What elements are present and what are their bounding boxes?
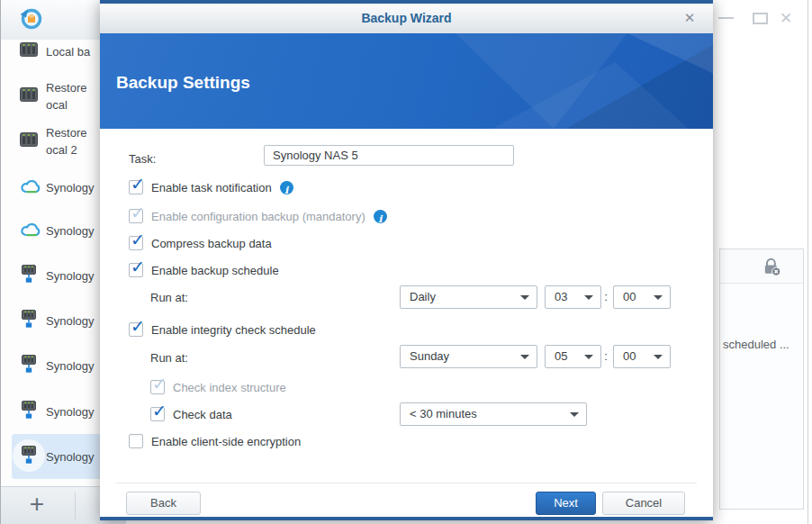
chevron-down-icon	[584, 295, 593, 300]
time-separator: :	[601, 285, 610, 309]
checkbox-label: Enable task notification	[151, 181, 272, 194]
sidebar-item-label-line2: ocal	[46, 96, 87, 113]
checkbox-label: Enable integrity check schedule	[151, 323, 316, 337]
screen: Local ba Restore ocal Restore oca	[0, 0, 812, 524]
integrity-minute-dropdown[interactable]: 00	[613, 345, 671, 368]
row-integrity-check-schedule: Enable integrity check schedule	[129, 319, 316, 340]
sidebar-item-label-line2: ocal 2	[46, 141, 87, 158]
lock-unlocked-icon	[762, 257, 781, 276]
task-name-input[interactable]	[264, 145, 514, 166]
dialog-banner: Backup Settings	[100, 33, 713, 129]
dialog-title: Backup Wizard	[100, 4, 713, 32]
dropdown-value: 00	[623, 346, 636, 367]
integrity-frequency-dropdown[interactable]: Sunday	[400, 345, 537, 368]
hyper-backup-logo-icon	[19, 6, 44, 32]
remote-nas-icon	[20, 265, 38, 284]
backup-hour-dropdown[interactable]: 03	[545, 285, 601, 309]
row-configuration-backup: Enable configuration backup (mandatory)	[129, 205, 387, 227]
minimize-icon[interactable]	[718, 17, 734, 19]
row-check-index-structure: Check index structure	[150, 376, 286, 398]
page-title: Backup Settings	[116, 73, 250, 93]
dropdown-value: 05	[555, 346, 567, 367]
sidebar-item-label: Synology	[46, 179, 94, 196]
sidebar-item-label: Synology	[46, 312, 94, 330]
checkbox-label: Enable client-side encryption	[151, 435, 301, 448]
sidebar-item-label: Restore	[46, 124, 87, 141]
dropdown-value: 00	[623, 286, 636, 308]
dropdown-value: Daily	[410, 286, 436, 308]
close-icon[interactable]	[780, 9, 792, 28]
checkbox-client-side-encryption[interactable]	[129, 434, 143, 448]
dialog-titlebar: Backup Wizard	[100, 4, 713, 34]
c2-cloud-icon	[20, 178, 41, 194]
sidebar-item-label: Synology	[46, 403, 94, 420]
checkbox-label: Check index structure	[173, 381, 286, 394]
checkbox-label: Enable configuration backup (mandatory)	[151, 210, 365, 223]
task-label: Task:	[129, 152, 156, 166]
window-right-border	[807, 0, 808, 524]
checkbox-enable-task-notification[interactable]	[129, 180, 143, 194]
c2-cloud-icon	[20, 221, 41, 238]
remote-nas-icon	[20, 310, 38, 329]
dropdown-value: < 30 minutes	[410, 403, 477, 425]
next-button[interactable]: Next	[536, 492, 596, 515]
row-task-notification: Enable task notification	[129, 176, 293, 198]
checkbox-integrity-check-schedule[interactable]	[129, 322, 143, 337]
run-at-label: Run at:	[150, 291, 188, 304]
dialog-body: Task: Enable task notification Enable co…	[100, 129, 713, 517]
run-at-label: Run at:	[150, 351, 188, 365]
chevron-down-icon	[584, 355, 593, 359]
checkbox-label: Check data	[173, 408, 232, 421]
check-data-duration-dropdown[interactable]: < 30 minutes	[400, 402, 587, 426]
row-client-side-encryption: Enable client-side encryption	[129, 430, 301, 452]
info-icon[interactable]	[280, 181, 293, 194]
checkbox-configuration-backup	[129, 209, 143, 223]
chevron-down-icon	[654, 355, 663, 359]
task-detail-panel: scheduled ...	[719, 248, 804, 510]
nas-icon	[20, 132, 38, 147]
sidebar-item-label: Synology	[46, 222, 94, 239]
chevron-down-icon	[570, 412, 579, 417]
time-separator: :	[601, 345, 610, 368]
checkbox-label: Compress backup data	[151, 237, 272, 250]
checkbox-compress-backup-data[interactable]	[129, 236, 143, 250]
panel-header	[720, 249, 803, 284]
sidebar-item-label: Local ba	[46, 43, 90, 60]
chevron-down-icon	[520, 295, 529, 300]
nas-icon	[20, 87, 38, 102]
back-button[interactable]: Back	[126, 492, 201, 515]
nas-icon	[20, 42, 38, 57]
integrity-hour-dropdown[interactable]: 05	[545, 345, 601, 368]
row-check-data: Check data	[150, 403, 232, 425]
checkbox-check-data[interactable]	[150, 407, 165, 421]
dropdown-value: Sunday	[410, 346, 449, 367]
sidebar-item-label: Synology	[46, 267, 94, 285]
checkbox-enable-backup-schedule[interactable]	[129, 263, 143, 277]
backup-wizard-dialog: Backup Wizard Backup Settings Task: Enab…	[100, 0, 713, 520]
row-compress-backup-data: Compress backup data	[129, 232, 272, 254]
remote-nas-icon	[20, 401, 38, 420]
info-icon[interactable]	[374, 210, 387, 223]
cancel-button[interactable]: Cancel	[602, 492, 685, 515]
remote-nas-icon	[20, 355, 38, 374]
footer-divider	[116, 483, 697, 483]
sidebar-item-label: Synology	[46, 448, 94, 465]
backup-minute-dropdown[interactable]: 00	[613, 285, 671, 309]
sidebar-item-label: Restore	[46, 79, 87, 96]
chevron-down-icon	[520, 355, 529, 359]
dropdown-value: 03	[555, 286, 567, 308]
backup-frequency-dropdown[interactable]: Daily	[400, 285, 537, 309]
row-enable-backup-schedule: Enable backup schedule	[129, 259, 279, 281]
sidebar-item-label: Synology	[46, 357, 94, 375]
toolbar-divider	[75, 492, 76, 519]
checkbox-label: Enable backup schedule	[151, 264, 279, 277]
add-task-button[interactable]: +	[23, 490, 51, 520]
remote-nas-icon	[20, 446, 38, 465]
checkbox-check-index-structure	[150, 380, 165, 394]
dialog-bottom-accent	[100, 517, 713, 520]
dialog-close-icon[interactable]	[681, 9, 699, 27]
chevron-down-icon	[654, 295, 663, 300]
maximize-icon[interactable]	[753, 13, 768, 24]
panel-snippet-text: scheduled ...	[723, 338, 789, 351]
